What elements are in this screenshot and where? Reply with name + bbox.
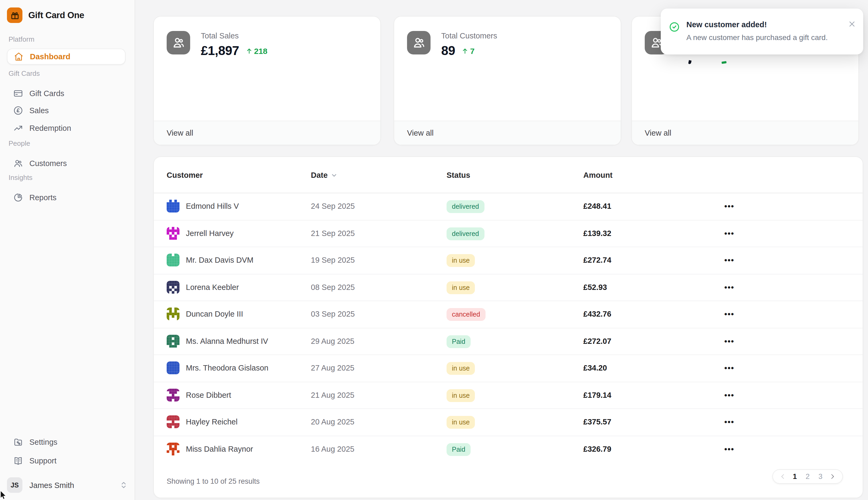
amount-cell: £34.20 [583, 364, 607, 372]
table-row[interactable]: Edmond Hills V24 Sep 2025delivered£248.4… [154, 193, 863, 220]
status-cell: delivered [447, 202, 484, 211]
obscured-value-fragment [688, 60, 692, 64]
sidebar-item-customers[interactable]: Customers [7, 155, 125, 171]
table-row[interactable]: Mrs. Theodora Gislason27 Aug 2025in use£… [154, 354, 863, 382]
customer-avatar [167, 335, 180, 348]
customer-cell: Mr. Dax Davis DVM [167, 254, 253, 267]
status-cell: in use [447, 255, 475, 265]
sidebar-section-label: People [9, 139, 30, 147]
status-badge: Paid [447, 443, 471, 456]
recent-sales-table: Customer Date Status Amount Edmond Hills… [153, 157, 863, 498]
customer-avatar [167, 443, 180, 455]
row-actions-menu[interactable]: ••• [724, 310, 734, 319]
row-actions-menu[interactable]: ••• [724, 364, 734, 373]
table-row[interactable]: Ms. Alanna Medhurst IV29 Aug 2025Paid£27… [154, 328, 863, 354]
stat-value-row: 897 [441, 43, 497, 58]
table-row[interactable]: Hayley Reichel20 Aug 2025in use£375.57••… [154, 408, 863, 435]
stat-value: 89 [441, 43, 455, 58]
page-button-3[interactable]: 3 [815, 473, 826, 480]
customer-avatar [167, 308, 180, 321]
status-cell: in use [447, 390, 475, 400]
customer-name: Duncan Doyle III [186, 310, 243, 318]
row-actions-menu[interactable]: ••• [724, 444, 734, 454]
customer-name: Rose Dibbert [186, 391, 231, 399]
customer-cell: Ms. Alanna Medhurst IV [167, 335, 268, 348]
mouse-cursor [0, 491, 7, 500]
toast-notification: New customer added! A new customer has p… [661, 9, 863, 55]
sidebar-item-dashboard[interactable]: Dashboard [7, 48, 125, 65]
stat-delta: 218 [246, 46, 267, 55]
table-row[interactable]: Rose Dibbert21 Aug 2025in use£179.14••• [154, 382, 863, 408]
date-cell: 16 Aug 2025 [311, 445, 354, 453]
table-row[interactable]: Mr. Dax Davis DVM19 Sep 2025in use£272.7… [154, 247, 863, 274]
customer-cell: Jerrell Harvey [167, 227, 234, 240]
sidebar-item-support[interactable]: Support [7, 453, 125, 469]
chevron-left-icon[interactable] [778, 473, 787, 480]
row-actions-menu[interactable]: ••• [724, 229, 734, 238]
user-menu[interactable]: JS James Smith [7, 477, 128, 493]
row-actions-menu[interactable]: ••• [724, 256, 734, 265]
customer-name: Hayley Reichel [186, 418, 237, 426]
status-badge: in use [447, 254, 475, 267]
sidebar-item-gift-cards[interactable]: Gift Cards [7, 85, 125, 101]
customer-avatar [167, 416, 180, 429]
stat-card-text: Total Sales£1,897218 [201, 31, 267, 58]
status-cell: in use [447, 417, 475, 427]
row-actions-menu[interactable]: ••• [724, 283, 734, 292]
customer-cell: Miss Dahlia Raynor [167, 443, 253, 455]
column-header-status: Status [447, 171, 470, 179]
sidebar-item-label: Reports [30, 193, 57, 202]
close-icon[interactable] [848, 20, 856, 28]
amount-cell: £272.74 [583, 256, 611, 264]
sidebar-item-reports[interactable]: Reports [7, 189, 125, 205]
status-badge: in use [447, 389, 475, 402]
status-cell: in use [447, 363, 475, 373]
status-badge: Paid [447, 335, 471, 348]
page-button-2[interactable]: 2 [802, 473, 813, 480]
view-all-link[interactable]: View all [167, 129, 193, 137]
arrow-up-icon [246, 47, 252, 54]
toast-message: A new customer has purchased a gift card… [686, 33, 828, 42]
sidebar-item-settings[interactable]: Settings [7, 434, 125, 450]
stat-card-footer: View all [632, 121, 858, 145]
date-cell: 27 Aug 2025 [311, 364, 354, 372]
customer-name: Lorena Keebler [186, 283, 239, 292]
gift-logo-icon [7, 8, 22, 23]
table-row[interactable]: Duncan Doyle III03 Sep 2025cancelled£432… [154, 300, 863, 328]
column-header-customer: Customer [167, 171, 203, 179]
page-button-1[interactable]: 1 [789, 473, 800, 480]
sidebar: Gift Card One PlatformDashboardGift Card… [0, 0, 135, 500]
customer-avatar [167, 227, 180, 240]
status-cell: Paid [447, 444, 471, 454]
stat-card-footer: View all [154, 121, 380, 145]
view-all-link[interactable]: View all [407, 129, 433, 137]
user-avatar: JS [7, 477, 22, 493]
sidebar-item-label: Settings [30, 438, 57, 446]
sidebar-item-redemption[interactable]: Redemption [7, 120, 125, 136]
sidebar-item-label: Dashboard [30, 52, 70, 61]
status-badge: cancelled [447, 308, 486, 321]
row-actions-menu[interactable]: ••• [724, 202, 734, 211]
row-actions-menu[interactable]: ••• [724, 337, 734, 346]
results-summary: Showing 1 to 10 of 25 results [167, 477, 260, 485]
row-actions-menu[interactable]: ••• [724, 418, 734, 427]
stat-card-text: Total Customers897 [441, 31, 497, 58]
customer-name: Mrs. Theodora Gislason [186, 364, 268, 372]
view-all-link[interactable]: View all [645, 129, 671, 137]
stat-title: Total Customers [441, 32, 497, 40]
sidebar-item-label: Support [30, 456, 57, 465]
sidebar-item-sales[interactable]: Sales [7, 103, 125, 118]
table-row[interactable]: Miss Dahlia Raynor16 Aug 2025Paid£326.79… [154, 435, 863, 462]
brand: Gift Card One [7, 8, 84, 23]
trending-up-icon [13, 123, 23, 133]
table-row[interactable]: Lorena Keebler08 Sep 2025in use£52.93••• [154, 274, 863, 300]
customer-name: Jerrell Harvey [186, 229, 234, 238]
row-actions-menu[interactable]: ••• [724, 390, 734, 400]
chevron-right-icon[interactable] [828, 473, 837, 480]
table-row[interactable]: Jerrell Harvey21 Sep 2025delivered£139.3… [154, 220, 863, 247]
sidebar-item-label: Redemption [30, 124, 71, 132]
stat-value: £1,897 [201, 43, 239, 58]
status-badge: delivered [447, 201, 484, 213]
chevron-down-icon[interactable] [331, 172, 338, 179]
status-badge: delivered [447, 227, 484, 240]
